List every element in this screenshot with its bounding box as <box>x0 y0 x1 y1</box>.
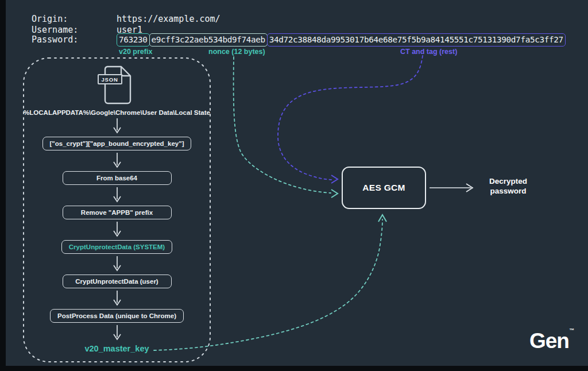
password-segment-nonce: e9cff3c22aeb534bd9f74aeb <box>149 33 268 47</box>
decrypted-password-label: Decrypted password <box>477 176 540 196</box>
step-from-base64: From base64 <box>63 171 172 185</box>
password-row: Password: 763230 e9cff3c22aeb534bd9f74ae… <box>32 33 566 47</box>
password-segment-v20-prefix: 763230 <box>117 33 150 47</box>
json-badge-label: JSON <box>98 74 122 84</box>
password-segment-ct-tag: 34d72c38848da9953017b64e68e75f5b9a841455… <box>267 33 566 47</box>
arrow-down-icon <box>113 152 122 169</box>
bottom-edge-strip <box>0 366 588 371</box>
step-remove-appb-prefix: Remove "APPB" prefix <box>63 206 172 219</box>
gen-logo: Gen™ <box>529 327 574 353</box>
json-file-icon: JSON <box>102 65 133 105</box>
password-value: 763230 e9cff3c22aeb534bd9f74aeb 34d72c38… <box>117 33 566 47</box>
arrow-down-icon <box>113 221 122 238</box>
left-edge-strip <box>0 0 6 371</box>
gen-logo-trademark: ™ <box>569 327 574 333</box>
key-derivation-flow: JSON %LOCALAPPDATA%\Google\Chrome\User D… <box>23 57 211 363</box>
password-label: Password: <box>32 35 117 45</box>
nonce-label: nonce (12 bytes) <box>208 48 265 56</box>
v20-prefix-label: v20 prefix <box>119 48 152 56</box>
v20-master-key-label: v20_master_key <box>84 344 149 353</box>
arrow-down-icon <box>113 324 122 342</box>
arrow-down-icon <box>113 256 122 273</box>
diagram-canvas: Origin: https://example.com/ Username: u… <box>0 0 588 371</box>
arrow-down-icon <box>113 118 122 135</box>
origin-label: Origin: <box>32 14 117 24</box>
nonce-to-aes-arrow <box>234 57 338 198</box>
origin-row: Origin: https://example.com/ <box>32 14 220 24</box>
arrow-down-icon <box>113 290 122 307</box>
aes-gcm-box: AES GCM <box>342 167 426 209</box>
aes-to-output-arrow <box>430 184 473 192</box>
gen-logo-text: Gen <box>529 329 569 353</box>
step-cryptunprotectdata-system: CryptUnprotectData (SYSTEM) <box>61 240 172 254</box>
origin-value: https://example.com/ <box>117 14 220 24</box>
ct-tag-to-aes-arrow <box>278 56 423 183</box>
arrow-down-icon <box>113 187 122 204</box>
step-postprocess-data: PostProcess Data (unique to Chrome) <box>50 309 184 323</box>
step-cryptunprotectdata-user: CryptUnprotectData (user) <box>63 275 172 288</box>
step-os-crypt-key: ["os_crypt"]["app_bound_encrypted_key"] <box>42 137 192 150</box>
ct-tag-label: CT and tag (rest) <box>400 48 457 56</box>
local-state-path: %LOCALAPPDATA%\Google\Chrome\User Data\L… <box>24 109 210 116</box>
